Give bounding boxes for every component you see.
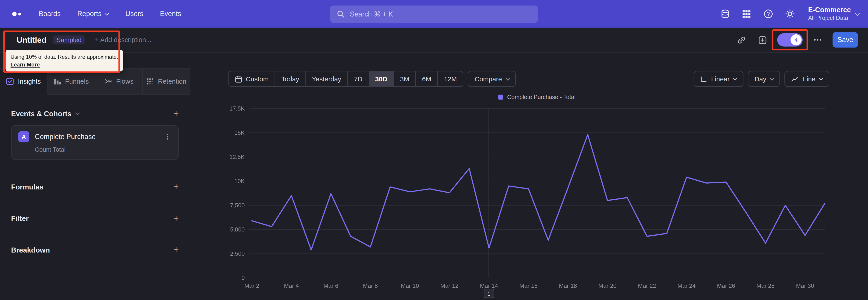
builder-tabs: Insights Funnels Flows [0, 68, 190, 95]
event-card[interactable]: A Complete Purchase Count Total [11, 125, 179, 160]
tab-label: Retention [158, 78, 186, 85]
insights-checkbox-icon [6, 78, 14, 85]
learn-more-link[interactable]: Learn More [11, 61, 118, 68]
range-30d[interactable]: 30D [368, 71, 393, 86]
project-selector[interactable]: E-Commerce All Project Data [808, 6, 859, 22]
event-metric[interactable]: Count Total [35, 146, 172, 153]
line-chart-icon [791, 75, 799, 83]
compare-button[interactable]: Compare [468, 71, 516, 87]
search-icon [337, 10, 345, 18]
tab-label: Flows [116, 78, 133, 85]
sampling-tooltip: Using 10% of data. Results are approxima… [5, 50, 123, 72]
line-chart[interactable]: 02,5005,0007,50010K12.5K15K17.5KMar 2Mar… [190, 109, 868, 300]
calendar-icon [235, 75, 242, 83]
range-7d[interactable]: 7D [347, 71, 368, 86]
search-input[interactable]: Search ⌘ + K [330, 5, 538, 22]
main-content: Insights Funnels Flows [0, 53, 868, 300]
chart-type-selector[interactable]: Line [784, 71, 829, 87]
sampling-toggle[interactable] [777, 33, 803, 47]
compare-label: Compare [475, 75, 502, 83]
chart-controls: Custom Today Yesterday 7D 30D 3M 6M 12M … [228, 71, 829, 87]
section-label: Breakdown [11, 246, 50, 254]
add-breakdown-button[interactable]: + [174, 245, 179, 255]
app: Boards Reports Users Events Search ⌘ + K [0, 0, 868, 300]
sampling-toggle-wrap [777, 33, 803, 47]
svg-text:Mar 6: Mar 6 [323, 282, 338, 289]
event-options-icon[interactable] [164, 133, 172, 141]
interval-selector[interactable]: Day [748, 71, 780, 87]
formulas-header: Formulas + [11, 182, 179, 192]
nav-item-reports[interactable]: Reports [77, 10, 109, 18]
svg-text:10K: 10K [235, 178, 245, 184]
nav-item-boards[interactable]: Boards [39, 10, 61, 18]
range-3m[interactable]: 3M [393, 71, 415, 86]
svg-text:Mar 26: Mar 26 [717, 282, 735, 289]
add-to-board-icon[interactable] [756, 34, 768, 46]
settings-gear-icon[interactable] [784, 8, 796, 20]
nav-item-label: Reports [77, 10, 101, 18]
svg-text:Mar 22: Mar 22 [638, 282, 656, 289]
svg-text:?: ? [767, 11, 770, 17]
date-range-group: Custom Today Yesterday 7D 30D 3M 6M 12M [228, 71, 464, 87]
tab-flows[interactable]: Flows [95, 69, 143, 94]
retention-dots-icon [146, 78, 154, 85]
logo-dot-small [18, 13, 21, 16]
svg-text:Mar 24: Mar 24 [677, 282, 695, 289]
copy-link-icon[interactable] [735, 34, 747, 46]
mixpanel-logo[interactable] [9, 11, 24, 16]
more-options-icon[interactable] [811, 34, 824, 46]
event-name[interactable]: Complete Purchase [35, 133, 96, 141]
help-icon[interactable]: ? [763, 8, 774, 20]
svg-text:Mar 12: Mar 12 [440, 282, 458, 289]
events-cohorts-header: Events & Cohorts + [11, 109, 179, 118]
project-name: E-Commerce [808, 6, 851, 14]
report-title[interactable]: Untitled [17, 35, 46, 44]
range-custom[interactable]: Custom [228, 71, 275, 86]
scale-selector[interactable]: Linear [693, 71, 743, 87]
section-label: Events & Cohorts [11, 110, 71, 118]
y-gridlines-and-labels: 02,5005,0007,50010K12.5K15K17.5K [229, 106, 825, 281]
svg-text:12.5K: 12.5K [229, 154, 245, 160]
tab-insights[interactable]: Insights [0, 69, 48, 95]
range-label: 7D [354, 75, 363, 83]
linear-axis-icon [700, 75, 707, 83]
events-cohorts-title[interactable]: Events & Cohorts [11, 110, 79, 118]
data-management-icon[interactable] [719, 8, 731, 20]
svg-text:Mar 28: Mar 28 [756, 282, 775, 289]
nav-item-label: Users [125, 10, 143, 18]
range-today[interactable]: Today [275, 71, 305, 86]
add-formula-button[interactable]: + [174, 182, 179, 192]
range-12m[interactable]: 12M [437, 71, 463, 86]
tab-retention[interactable]: Retention [143, 69, 190, 94]
x-axis-labels: Mar 2Mar 4Mar 6Mar 8Mar 10Mar 12Mar 14Ma… [244, 282, 814, 289]
filter-header: Filter + [11, 214, 179, 223]
range-6m[interactable]: 6M [415, 71, 437, 86]
chart-area: Custom Today Yesterday 7D 30D 3M 6M 12M … [190, 53, 868, 300]
flows-icon [104, 78, 112, 85]
legend-label: Complete Purchase - Total [507, 94, 576, 100]
legend-swatch [498, 94, 503, 99]
svg-text:Mar 30: Mar 30 [796, 282, 814, 289]
add-event-button[interactable]: + [174, 109, 179, 118]
add-description[interactable]: + Add description... [95, 36, 152, 43]
range-yesterday[interactable]: Yesterday [305, 71, 347, 86]
lightning-bolt-icon [793, 37, 799, 43]
report-header: Untitled Sampled + Add description... [0, 28, 868, 53]
range-label: Yesterday [312, 75, 341, 83]
apps-grid-icon[interactable] [741, 8, 752, 20]
interval-label: Day [754, 75, 766, 83]
nav-item-users[interactable]: Users [125, 10, 143, 18]
chevron-down-icon [505, 76, 510, 81]
save-button[interactable]: Save [833, 32, 858, 48]
tab-label: Insights [18, 78, 41, 85]
breakdown-header: Breakdown + [11, 245, 179, 255]
annotation-marker[interactable]: 1 [484, 289, 494, 298]
svg-text:Mar 16: Mar 16 [520, 282, 537, 289]
add-filter-button[interactable]: + [174, 214, 179, 223]
svg-text:7,500: 7,500 [230, 202, 245, 208]
range-label: 12M [444, 75, 457, 83]
sampled-badge: Sampled [53, 35, 85, 44]
svg-text:15K: 15K [235, 129, 245, 136]
tab-funnels[interactable]: Funnels [48, 69, 95, 94]
nav-item-events[interactable]: Events [160, 10, 181, 18]
